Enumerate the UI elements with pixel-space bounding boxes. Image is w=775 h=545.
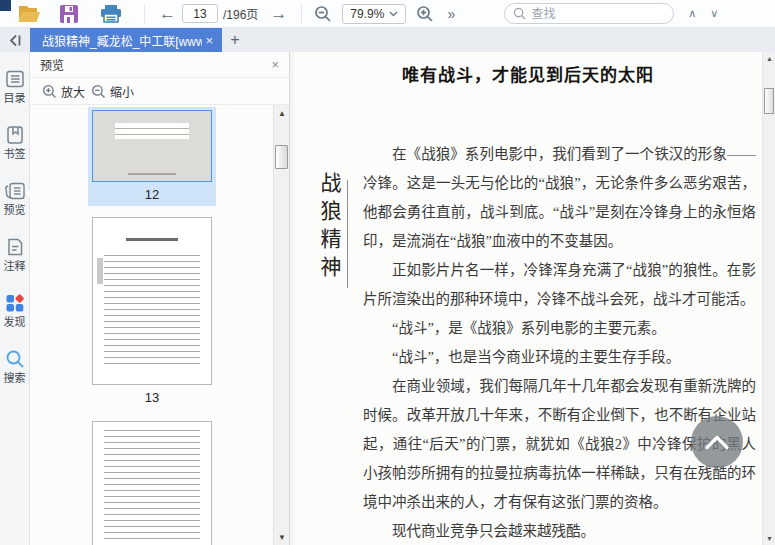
thumbnail-image — [92, 110, 212, 182]
left-sidebar: 目录 书签 预览 注释 — [0, 52, 30, 545]
thumbnail-page-13[interactable]: 13 — [88, 214, 216, 409]
search-icon — [5, 349, 25, 369]
document-scrollbar[interactable]: ▲ ▼ — [762, 52, 775, 545]
zoom-in-button[interactable] — [412, 2, 438, 26]
sidebar-item-label: 目录 — [4, 92, 26, 104]
scroll-up-arrow-icon[interactable]: ▲ — [274, 105, 289, 121]
thumbnail-scrollbar[interactable]: ▲ ▼ — [273, 105, 289, 545]
bookmark-icon — [5, 125, 25, 145]
sidebar-item-preview[interactable]: 预览 — [0, 181, 30, 216]
thumbnail-image — [92, 217, 212, 385]
paragraph: “战斗”，也是当今商业环境的主要生存手段。 — [363, 343, 756, 372]
find-input[interactable] — [531, 7, 665, 21]
sidebar-item-search[interactable]: 搜索 — [0, 349, 30, 384]
thumbnail-zoom-out-button[interactable]: 缩小 — [91, 83, 134, 100]
chevron-down-icon — [389, 11, 398, 17]
magnifier-plus-icon — [42, 84, 57, 99]
open-folder-icon — [17, 4, 41, 24]
sidebar-item-label: 搜索 — [4, 372, 26, 384]
save-floppy-icon — [59, 4, 79, 24]
document-tab[interactable]: 战狼精神_臧龙松_中工联[www.j × — [30, 28, 222, 52]
toc-icon — [5, 69, 25, 89]
preview-panel: 预览 × 放大 缩小 — [30, 52, 290, 545]
toolbar-separator — [144, 5, 145, 23]
previous-page-button[interactable]: ← — [153, 2, 182, 26]
side-label-divider — [347, 180, 348, 288]
printer-icon — [100, 4, 122, 24]
page-total-label: /196页 — [223, 5, 258, 22]
sidebar-item-discover[interactable]: 发现 — [0, 293, 30, 328]
main-toolbar: ← /196页 → 79.9% » ∧ — [0, 0, 775, 28]
document-view: 唯有战斗，才能见到后天的太阳 战狼精神 在《战狼》系列电影中，我们看到了一个铁汉… — [290, 52, 775, 545]
thumbnail-zoom-in-label: 放大 — [61, 83, 85, 100]
arrow-right-icon: → — [264, 5, 293, 22]
document-tab-title: 战狼精神_臧龙松_中工联[www.j — [42, 32, 202, 49]
paragraph: 在《战狼》系列电影中，我们看到了一个铁汉的形象——冷锋。这是一头无与伦比的“战狼… — [363, 140, 756, 256]
thumbnail-list: 12 13 — [30, 105, 289, 545]
content-area: 目录 书签 预览 注释 — [0, 52, 775, 545]
collapse-tabs-button[interactable] — [0, 28, 30, 52]
thumbnail-page-12[interactable]: 12 — [88, 107, 216, 206]
find-box — [504, 3, 674, 24]
thumbnail-page-14[interactable] — [88, 418, 216, 545]
more-tools-button[interactable]: » — [438, 2, 464, 26]
search-icon — [513, 7, 526, 20]
arrow-left-icon: ← — [153, 5, 182, 22]
book-side-label: 战狼精神 — [314, 172, 344, 284]
next-page-button[interactable]: → — [264, 2, 293, 26]
sidebar-item-label: 发现 — [4, 316, 26, 328]
annotation-doc-icon — [5, 237, 25, 257]
scrollbar-thumb[interactable] — [764, 88, 774, 114]
sidebar-item-toc[interactable]: 目录 — [0, 69, 30, 104]
scroll-up-arrow-icon[interactable]: ▲ — [763, 52, 775, 65]
scrollbar-thumb[interactable] — [275, 145, 288, 169]
magnifier-plus-icon — [416, 5, 434, 23]
thumbnail-page-number: 13 — [145, 390, 159, 405]
window-corner-fragment — [0, 0, 11, 11]
discover-grid-icon — [5, 293, 25, 313]
tab-close-icon[interactable]: × — [202, 33, 216, 48]
thumbnail-image — [92, 421, 212, 545]
sidebar-item-annotations[interactable]: 注释 — [0, 237, 30, 272]
zoom-out-button[interactable] — [310, 2, 336, 26]
open-file-button[interactable] — [16, 2, 42, 26]
zoom-level-value: 79.9% — [350, 7, 384, 21]
thumbnail-page-number: 12 — [145, 187, 159, 202]
magnifier-minus-icon — [91, 84, 106, 99]
preview-panel-title: 预览 — [40, 56, 271, 73]
thumbnail-zoom-in-button[interactable]: 放大 — [42, 83, 85, 100]
chapter-body: 在《战狼》系列电影中，我们看到了一个铁汉的形象——冷锋。这是一头无与伦比的“战狼… — [363, 140, 756, 545]
find-previous-button[interactable]: ∧ — [682, 2, 702, 26]
sidebar-item-label: 预览 — [4, 204, 26, 216]
toolbar-separator — [301, 5, 302, 23]
chevron-up-icon — [704, 434, 730, 450]
chevron-left-bar-icon — [8, 34, 22, 47]
chapter-title: 唯有战斗，才能见到后天的太阳 — [294, 52, 762, 86]
scroll-down-arrow-icon[interactable]: ▼ — [274, 529, 289, 545]
preview-panel-toolbar: 放大 缩小 — [30, 78, 289, 105]
paragraph: 正如影片片名一样，冷锋浑身充满了“战狼”的狼性。在影片所渲染出的那种环境中，冷锋… — [363, 256, 756, 314]
new-tab-button[interactable]: + — [222, 28, 248, 52]
back-to-top-button[interactable] — [691, 416, 743, 468]
paragraph: “战斗”，是《战狼》系列电影的主要元素。 — [363, 314, 756, 343]
zoom-level-select[interactable]: 79.9% — [342, 4, 406, 24]
find-next-button[interactable]: ∨ — [704, 2, 724, 26]
tab-bar: 战狼精神_臧龙松_中工联[www.j × + — [0, 28, 775, 52]
preview-panel-header: 预览 × — [30, 52, 289, 78]
sidebar-item-label: 书签 — [4, 148, 26, 160]
thumbnail-zoom-out-label: 缩小 — [110, 83, 134, 100]
scroll-down-arrow-icon[interactable]: ▼ — [763, 532, 775, 545]
print-button[interactable] — [98, 2, 124, 26]
pdf-reader-app: ← /196页 → 79.9% » ∧ — [0, 0, 775, 545]
magnifier-minus-icon — [314, 5, 332, 23]
save-button[interactable] — [56, 2, 82, 26]
preview-pages-icon — [4, 181, 26, 201]
close-panel-icon[interactable]: × — [271, 57, 279, 72]
sidebar-item-label: 注释 — [4, 260, 26, 272]
page-number-input[interactable] — [182, 4, 218, 23]
paragraph: 现代商业竞争只会越来越残酷。 — [363, 517, 756, 545]
document-page: 唯有战斗，才能见到后天的太阳 战狼精神 在《战狼》系列电影中，我们看到了一个铁汉… — [294, 52, 762, 545]
sidebar-item-bookmarks[interactable]: 书签 — [0, 125, 30, 160]
